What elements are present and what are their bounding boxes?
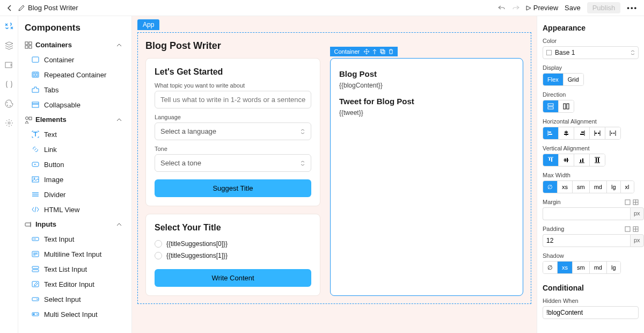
copy-icon[interactable] bbox=[380, 49, 385, 54]
save-button[interactable]: Save bbox=[565, 4, 581, 12]
theme-tab-icon[interactable] bbox=[4, 99, 14, 108]
svg-rect-31 bbox=[548, 104, 553, 106]
component-multiline-input[interactable]: Multiline Text Input bbox=[18, 247, 131, 262]
canvas-root-container[interactable]: Blog Post Writer Let's Get Started What … bbox=[137, 32, 531, 304]
component-container[interactable]: Container bbox=[18, 52, 131, 67]
display-flex[interactable]: Flex bbox=[543, 74, 564, 85]
component-text-input[interactable]: Text Input bbox=[18, 231, 131, 247]
margin-shorthand-icon[interactable] bbox=[625, 199, 631, 205]
redo-button[interactable] bbox=[512, 5, 519, 11]
margin-expand-icon[interactable] bbox=[633, 199, 639, 205]
suggest-title-button[interactable]: Suggest Title bbox=[155, 179, 311, 197]
component-image[interactable]: Image bbox=[18, 172, 131, 187]
shadow-none[interactable]: ∅ bbox=[543, 262, 558, 273]
color-select[interactable]: Base 1 bbox=[543, 46, 639, 59]
chevron-up-icon bbox=[116, 42, 125, 48]
valign-stretch[interactable] bbox=[590, 154, 605, 166]
maxwidth-lg[interactable]: lg bbox=[607, 181, 621, 193]
halign-center[interactable] bbox=[559, 127, 574, 139]
shadow-lg[interactable]: lg bbox=[607, 262, 620, 273]
component-collapsable[interactable]: Collapsable bbox=[18, 97, 131, 112]
maxwidth-none[interactable]: ∅ bbox=[543, 181, 558, 193]
direction-row[interactable] bbox=[559, 100, 574, 112]
tweet-heading: Tweet for Blog Post bbox=[339, 97, 514, 106]
component-html-view[interactable]: HTML View bbox=[18, 202, 131, 217]
halign-between[interactable] bbox=[590, 127, 605, 139]
publish-button[interactable]: Publish bbox=[587, 2, 621, 13]
padding-shorthand-icon[interactable] bbox=[625, 226, 631, 232]
back-button[interactable] bbox=[6, 5, 13, 11]
components-panel: Components Containers Container Repeated… bbox=[18, 16, 132, 333]
maxwidth-sm[interactable]: sm bbox=[573, 181, 590, 193]
form-card-get-started[interactable]: Let's Get Started What topic you want to… bbox=[145, 58, 320, 206]
component-divider[interactable]: Divider bbox=[18, 187, 131, 202]
component-tabs[interactable]: Tabs bbox=[18, 82, 131, 97]
radio-icon bbox=[155, 240, 162, 248]
component-text-editor-input[interactable]: Text Editor Input bbox=[18, 277, 131, 292]
svg-rect-13 bbox=[32, 102, 39, 104]
actions-tab-icon[interactable] bbox=[4, 60, 14, 70]
shadow-md[interactable]: md bbox=[590, 262, 607, 273]
link-icon bbox=[31, 145, 40, 154]
valign-start[interactable] bbox=[543, 154, 559, 166]
halign-around[interactable] bbox=[605, 127, 620, 139]
hidden-when-input[interactable] bbox=[543, 306, 639, 319]
more-menu-button[interactable]: ••• bbox=[627, 4, 638, 12]
move-icon[interactable] bbox=[364, 49, 369, 54]
panel-title: Components bbox=[18, 16, 131, 38]
settings-tab-icon[interactable] bbox=[4, 118, 14, 128]
section-containers[interactable]: Containers bbox=[18, 38, 131, 52]
tone-select[interactable]: Select a tone bbox=[155, 154, 311, 172]
padding-input[interactable] bbox=[543, 234, 630, 247]
output-container-selected[interactable]: Container Blog Post {{blogContent}} bbox=[330, 58, 523, 296]
topic-input[interactable] bbox=[155, 91, 311, 108]
layers-tab-icon[interactable] bbox=[4, 41, 14, 50]
component-select-input[interactable]: Select Input bbox=[18, 292, 131, 307]
components-tab-icon[interactable] bbox=[4, 21, 14, 31]
maxwidth-md[interactable]: md bbox=[590, 181, 607, 193]
padding-unit[interactable]: px bbox=[630, 234, 644, 247]
write-content-button[interactable]: Write Content bbox=[155, 269, 311, 287]
padding-expand-icon[interactable] bbox=[633, 226, 639, 232]
component-link[interactable]: Link bbox=[18, 142, 131, 157]
shadow-sm[interactable]: sm bbox=[573, 262, 590, 273]
undo-button[interactable] bbox=[498, 5, 506, 11]
canvas[interactable]: App Blog Post Writer Let's Get Started W… bbox=[132, 16, 537, 333]
component-multi-select-input[interactable]: Multi Select Input bbox=[18, 307, 131, 322]
halign-end[interactable] bbox=[574, 127, 590, 139]
margin-input[interactable] bbox=[543, 207, 630, 220]
component-text[interactable]: Text bbox=[18, 127, 131, 142]
preview-button[interactable]: Preview bbox=[526, 4, 558, 12]
halign-start[interactable] bbox=[543, 127, 559, 139]
app-chip[interactable]: App bbox=[137, 19, 159, 30]
margin-unit[interactable]: px bbox=[630, 207, 644, 220]
title-edit[interactable]: Blog Post Writer bbox=[18, 4, 78, 12]
display-grid[interactable]: Grid bbox=[564, 74, 583, 85]
svg-point-1 bbox=[6, 102, 8, 103]
valign-end[interactable] bbox=[574, 154, 590, 166]
title-option-1[interactable]: {{titleSuggestions[1]}} bbox=[155, 250, 311, 262]
blog-heading: Blog Post bbox=[339, 69, 514, 78]
title-option-0[interactable]: {{titleSuggestions[0]}} bbox=[155, 238, 311, 250]
svg-rect-45 bbox=[549, 158, 550, 161]
svg-rect-38 bbox=[564, 134, 568, 135]
form-card-select-title[interactable]: Select Your Title {{titleSuggestions[0]}… bbox=[145, 214, 320, 296]
component-repeated-container[interactable]: Repeated Container bbox=[18, 67, 131, 82]
svg-rect-44 bbox=[613, 133, 614, 134]
delete-icon[interactable] bbox=[389, 49, 393, 54]
maxwidth-xl[interactable]: xl bbox=[621, 181, 634, 193]
direction-column[interactable] bbox=[543, 100, 559, 112]
shadow-xs[interactable]: xs bbox=[558, 262, 573, 273]
up-icon[interactable] bbox=[372, 49, 377, 54]
svg-rect-32 bbox=[548, 107, 553, 109]
select-caret-icon bbox=[300, 129, 305, 134]
svg-rect-41 bbox=[595, 133, 597, 134]
maxwidth-xs[interactable]: xs bbox=[558, 181, 573, 193]
variables-tab-icon[interactable] bbox=[4, 79, 14, 89]
language-select[interactable]: Select a language bbox=[155, 122, 311, 140]
valign-center[interactable] bbox=[559, 154, 574, 166]
section-inputs[interactable]: Inputs bbox=[18, 217, 131, 231]
component-button[interactable]: Button bbox=[18, 157, 131, 172]
component-text-list-input[interactable]: Text List Input bbox=[18, 262, 131, 277]
section-elements[interactable]: Elements bbox=[18, 112, 131, 127]
